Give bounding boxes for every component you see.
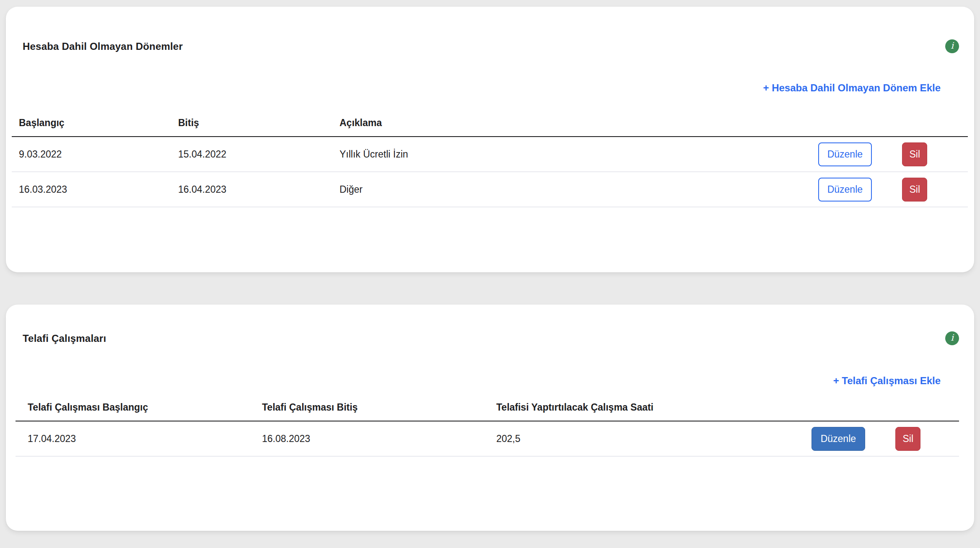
start-date-cell: 9.03.2022 (12, 137, 171, 172)
column-header-telafi-start: Telafi Çalışması Başlangıç (16, 395, 250, 421)
end-date-cell: 16.04.2023 (171, 172, 332, 207)
add-excluded-period-link[interactable]: + Hesaba Dahil Olmayan Dönem Ekle (763, 82, 941, 94)
end-date-cell: 15.04.2022 (171, 137, 332, 172)
edit-button[interactable]: Düzenle (818, 142, 872, 166)
table-row: 9.03.2022 15.04.2022 Yıllık Ücretli İzin… (12, 137, 968, 172)
row-actions-cell: Düzenle Sil (758, 421, 959, 456)
excluded-periods-card-header: Hesaba Dahil Olmayan Dönemler i (6, 7, 974, 53)
telafi-card-header: Telafi Çalışmaları i (6, 305, 974, 345)
start-date-cell: 17.04.2023 (16, 421, 250, 456)
excluded-periods-card: Hesaba Dahil Olmayan Dönemler i + Hesaba… (6, 7, 974, 272)
column-header-telafi-end: Telafi Çalışması Bitiş (250, 395, 484, 421)
edit-button[interactable]: Düzenle (811, 427, 865, 451)
column-header-description: Açıklama (332, 111, 762, 137)
column-header-end: Bitiş (171, 111, 332, 137)
delete-button[interactable]: Sil (895, 427, 920, 451)
table-row: 17.04.2023 16.08.2023 202,5 Düzenle Sil (16, 421, 959, 456)
edit-button[interactable]: Düzenle (818, 178, 872, 202)
telafi-title: Telafi Çalışmaları (23, 333, 106, 344)
info-icon[interactable]: i (945, 331, 959, 345)
excluded-periods-table: Başlangıç Bitiş Açıklama 9.03.2022 15.04… (12, 111, 968, 207)
column-header-telafi-hours: Telafisi Yaptırtılacak Çalışma Saati (484, 395, 758, 421)
row-actions-cell: Düzenle Sil (762, 137, 968, 172)
info-icon[interactable]: i (945, 39, 959, 53)
telafi-add-row: + Telafi Çalışması Ekle (6, 375, 974, 387)
excluded-periods-add-row: + Hesaba Dahil Olmayan Dönem Ekle (6, 82, 974, 94)
telafi-card: Telafi Çalışmaları i + Telafi Çalışması … (6, 305, 974, 531)
delete-button[interactable]: Sil (902, 142, 927, 166)
row-actions-cell: Düzenle Sil (762, 172, 968, 207)
hours-cell: 202,5 (484, 421, 758, 456)
column-header-actions (762, 111, 968, 137)
delete-button[interactable]: Sil (902, 178, 927, 202)
start-date-cell: 16.03.2023 (12, 172, 171, 207)
excluded-periods-header-row: Başlangıç Bitiş Açıklama (12, 111, 968, 137)
table-row: 16.03.2023 16.04.2023 Diğer Düzenle Sil (12, 172, 968, 207)
info-icon-glyph: i (951, 333, 954, 342)
end-date-cell: 16.08.2023 (250, 421, 484, 456)
column-header-start: Başlangıç (12, 111, 171, 137)
info-icon-glyph: i (951, 41, 954, 50)
telafi-table: Telafi Çalışması Başlangıç Telafi Çalışm… (16, 395, 959, 457)
column-header-actions (758, 395, 959, 421)
description-cell: Diğer (332, 172, 762, 207)
excluded-periods-title: Hesaba Dahil Olmayan Dönemler (23, 41, 183, 52)
telafi-header-row: Telafi Çalışması Başlangıç Telafi Çalışm… (16, 395, 959, 421)
description-cell: Yıllık Ücretli İzin (332, 137, 762, 172)
add-telafi-link[interactable]: + Telafi Çalışması Ekle (833, 375, 941, 387)
